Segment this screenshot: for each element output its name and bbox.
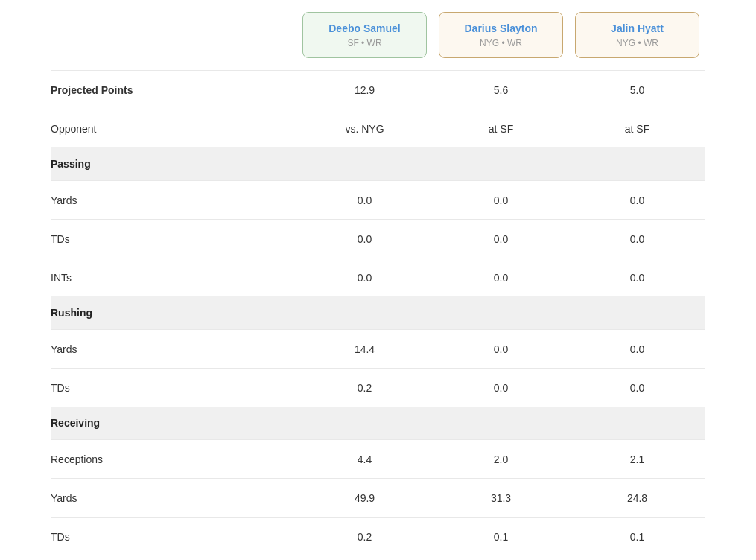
row-label-3: Yards bbox=[51, 185, 296, 215]
row-label-4: TDs bbox=[51, 224, 296, 254]
cell-11-1: 31.3 bbox=[433, 483, 569, 513]
row-label-7: Yards bbox=[51, 334, 296, 364]
cell-4-1: 0.0 bbox=[433, 224, 569, 254]
data-row-0: Projected Points12.95.65.0 bbox=[51, 70, 705, 109]
section-row-6: Rushing bbox=[51, 296, 705, 329]
cell-1-0: vs. NYG bbox=[296, 114, 433, 144]
player-info-0: SF • WR bbox=[347, 38, 381, 48]
data-row-5: INTs0.00.00.0 bbox=[51, 258, 705, 296]
cell-10-0: 4.4 bbox=[296, 445, 433, 474]
data-row-11: Yards49.931.324.8 bbox=[51, 478, 705, 517]
cell-12-2: 0.1 bbox=[569, 522, 705, 552]
cell-10-1: 2.0 bbox=[433, 445, 569, 474]
cell-7-1: 0.0 bbox=[433, 334, 569, 364]
cell-11-0: 49.9 bbox=[296, 483, 433, 513]
data-row-7: Yards14.40.00.0 bbox=[51, 329, 705, 368]
cell-1-1: at SF bbox=[433, 114, 569, 144]
row-label-11: Yards bbox=[51, 483, 296, 513]
row-label-0: Projected Points bbox=[51, 75, 296, 105]
section-row-9: Receiving bbox=[51, 407, 705, 439]
cell-7-2: 0.0 bbox=[569, 334, 705, 364]
row-label-10: Receptions bbox=[51, 445, 296, 474]
section-row-2: Passing bbox=[51, 147, 705, 180]
cell-7-0: 14.4 bbox=[296, 334, 433, 364]
section-label-9: Receiving bbox=[51, 408, 296, 438]
row-label-5: INTs bbox=[51, 263, 296, 293]
player-header-row: Deebo SamuelSF • WRDarius SlaytonNYG • W… bbox=[51, 0, 705, 70]
cell-4-0: 0.0 bbox=[296, 224, 433, 254]
section-label-6: Rushing bbox=[51, 298, 296, 328]
player-info-2: NYG • WR bbox=[616, 38, 658, 48]
row-label-8: TDs bbox=[51, 373, 296, 403]
cell-8-1: 0.0 bbox=[433, 373, 569, 403]
player-card-2[interactable]: Jalin HyattNYG • WR bbox=[575, 12, 699, 58]
section-label-2: Passing bbox=[51, 149, 296, 179]
cell-8-0: 0.2 bbox=[296, 373, 433, 403]
data-row-4: TDs0.00.00.0 bbox=[51, 219, 705, 258]
player-name-1: Darius Slayton bbox=[464, 22, 537, 35]
data-row-10: Receptions4.42.02.1 bbox=[51, 439, 705, 478]
cell-8-2: 0.0 bbox=[569, 373, 705, 403]
row-label-12: TDs bbox=[51, 522, 296, 552]
data-row-8: TDs0.20.00.0 bbox=[51, 368, 705, 407]
player-name-2: Jalin Hyatt bbox=[611, 22, 664, 35]
cell-5-0: 0.0 bbox=[296, 263, 433, 293]
cell-12-0: 0.2 bbox=[296, 522, 433, 552]
data-row-12: TDs0.20.10.1 bbox=[51, 517, 705, 556]
cell-10-2: 2.1 bbox=[569, 445, 705, 474]
data-row-3: Yards0.00.00.0 bbox=[51, 180, 705, 219]
cell-0-1: 5.6 bbox=[433, 75, 569, 105]
data-rows-container: Projected Points12.95.65.0Opponentvs. NY… bbox=[51, 70, 705, 556]
cell-11-2: 24.8 bbox=[569, 483, 705, 513]
cell-0-2: 5.0 bbox=[569, 75, 705, 105]
cell-0-0: 12.9 bbox=[296, 75, 433, 105]
player-name-0: Deebo Samuel bbox=[328, 22, 400, 35]
cell-5-2: 0.0 bbox=[569, 263, 705, 293]
player-info-1: NYG • WR bbox=[480, 38, 522, 48]
row-label-1: Opponent bbox=[51, 114, 296, 144]
cell-3-2: 0.0 bbox=[569, 185, 705, 215]
cell-1-2: at SF bbox=[569, 114, 705, 144]
cell-12-1: 0.1 bbox=[433, 522, 569, 552]
data-row-1: Opponentvs. NYGat SFat SF bbox=[51, 109, 705, 147]
cell-3-1: 0.0 bbox=[433, 185, 569, 215]
player-card-1[interactable]: Darius SlaytonNYG • WR bbox=[439, 12, 563, 58]
cell-5-1: 0.0 bbox=[433, 263, 569, 293]
player-card-0[interactable]: Deebo SamuelSF • WR bbox=[302, 12, 427, 58]
header-empty-cell bbox=[51, 12, 296, 58]
cell-4-2: 0.0 bbox=[569, 224, 705, 254]
cell-3-0: 0.0 bbox=[296, 185, 433, 215]
